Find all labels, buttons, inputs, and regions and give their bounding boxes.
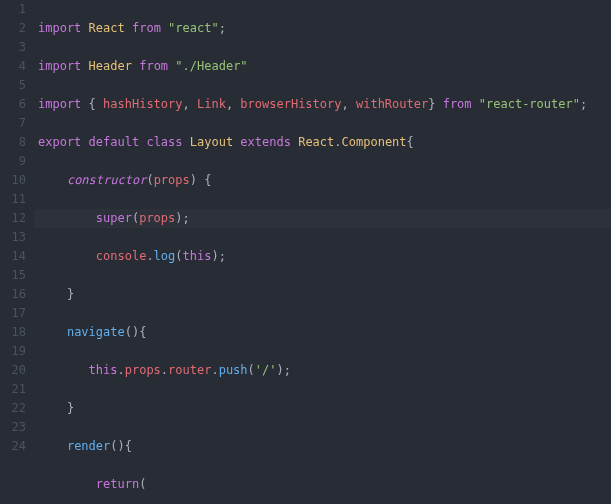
code-line[interactable]: }: [38, 285, 611, 304]
line-number-gutter: 1 2 3 4 5 6 7 8 9 10 11 12 13 14 15 16 1…: [0, 0, 34, 504]
code-line[interactable]: console.log(this);: [38, 247, 611, 266]
line-number: 11: [0, 190, 26, 209]
code-line[interactable]: export default class Layout extends Reac…: [38, 133, 611, 152]
line-number: 8: [0, 133, 26, 152]
line-number: 9: [0, 152, 26, 171]
line-number: 10: [0, 171, 26, 190]
line-number: 12: [0, 209, 26, 228]
code-line[interactable]: import Header from "./Header": [38, 57, 611, 76]
line-number: 17: [0, 304, 26, 323]
code-line[interactable]: }: [38, 399, 611, 418]
code-line[interactable]: navigate(){: [38, 323, 611, 342]
line-number: 2: [0, 19, 26, 38]
code-line[interactable]: constructor(props) {: [38, 171, 611, 190]
line-number: 4: [0, 57, 26, 76]
line-number: 15: [0, 266, 26, 285]
line-number: 7: [0, 114, 26, 133]
code-line[interactable]: return(: [38, 475, 611, 494]
line-number: 23: [0, 418, 26, 437]
line-number: 16: [0, 285, 26, 304]
line-number: 14: [0, 247, 26, 266]
code-line[interactable]: this.props.router.push('/');: [38, 361, 611, 380]
code-area[interactable]: import React from "react"; import Header…: [34, 0, 611, 504]
line-number: 19: [0, 342, 26, 361]
line-number: 20: [0, 361, 26, 380]
line-number: 18: [0, 323, 26, 342]
code-line[interactable]: import React from "react";: [38, 19, 611, 38]
code-line[interactable]: import { hashHistory, Link, browserHisto…: [38, 95, 611, 114]
line-number: 22: [0, 399, 26, 418]
line-number: 5: [0, 76, 26, 95]
code-line[interactable]: render(){: [38, 437, 611, 456]
line-number: 24: [0, 437, 26, 456]
line-number: 13: [0, 228, 26, 247]
line-number: 3: [0, 38, 26, 57]
code-line-active[interactable]: super(props);: [34, 209, 611, 228]
line-number: 21: [0, 380, 26, 399]
line-number: 6: [0, 95, 26, 114]
line-number: 1: [0, 0, 26, 19]
code-editor[interactable]: 1 2 3 4 5 6 7 8 9 10 11 12 13 14 15 16 1…: [0, 0, 611, 504]
